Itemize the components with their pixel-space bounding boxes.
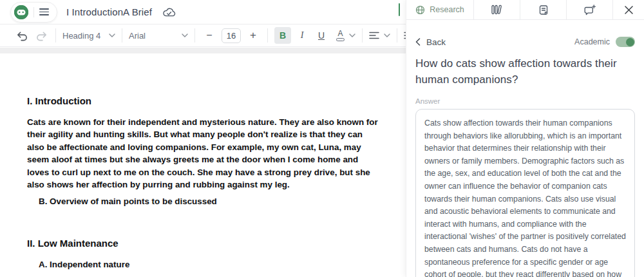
research-question: How do cats show affection towards their… <box>415 55 635 88</box>
underline-button[interactable]: U <box>313 27 330 44</box>
library-books-icon <box>491 5 503 15</box>
font-family-select[interactable]: Arial <box>129 31 188 41</box>
document-margin-strip <box>0 48 407 53</box>
academic-label: Academic <box>574 37 610 46</box>
chevron-down-icon <box>182 33 188 37</box>
chevron-left-icon <box>415 38 421 46</box>
toolbar-divider <box>55 28 56 43</box>
tab-new-chat[interactable] <box>567 0 613 19</box>
panel-body: Back Academic How do cats show affection… <box>406 37 644 277</box>
paragraph-style-value: Heading 4 <box>62 31 100 41</box>
document-header: I IntroductionA Brief <box>0 0 407 24</box>
text-cursor <box>399 3 400 16</box>
doc-heading-low-maintenance[interactable]: II. Low Maintenance <box>27 238 118 249</box>
tab-notes[interactable] <box>520 0 567 19</box>
toolbar-divider <box>397 28 397 43</box>
font-size-input[interactable]: 16 <box>222 28 241 43</box>
tab-research-label: Research <box>430 5 464 14</box>
back-button[interactable]: Back <box>415 37 446 47</box>
pill-divider <box>33 7 34 17</box>
font-family-value: Arial <box>129 31 146 41</box>
back-label: Back <box>426 37 446 47</box>
chevron-down-icon <box>349 33 355 37</box>
doc-subheading-a[interactable]: A. Independent nature <box>39 258 129 271</box>
app-menu-pill[interactable] <box>10 2 57 23</box>
tab-research[interactable]: Research <box>406 0 474 19</box>
close-panel-button[interactable] <box>613 0 644 19</box>
toolbar-divider <box>267 28 268 43</box>
notepad-icon <box>538 5 549 15</box>
text-color-select[interactable]: A <box>336 30 355 41</box>
chat-plus-icon <box>584 5 596 15</box>
answer-label: Answer <box>415 97 635 105</box>
answer-textarea[interactable]: Cats show affection towards their human … <box>415 109 635 277</box>
increase-font-size-button[interactable]: + <box>245 27 261 44</box>
italic-button[interactable]: I <box>294 27 310 44</box>
toolbar-divider <box>362 28 363 43</box>
app-logo-icon[interactable] <box>14 5 28 19</box>
bold-button[interactable]: B <box>274 27 291 44</box>
chevron-down-icon <box>109 33 115 37</box>
doc-paragraph[interactable]: Cats are known for their independent and… <box>27 116 381 191</box>
decrease-font-size-button[interactable]: − <box>202 27 217 44</box>
panel-header-row: Back Academic <box>415 37 635 47</box>
tab-library[interactable] <box>474 0 520 19</box>
close-icon <box>624 5 634 15</box>
document-title[interactable]: I IntroductionA Brief <box>66 6 152 17</box>
globe-icon <box>415 5 425 15</box>
toggle-knob <box>626 38 634 46</box>
doc-heading-introduction[interactable]: I. Introduction <box>27 95 91 106</box>
academic-toggle[interactable] <box>616 37 635 47</box>
doc-subheading-b[interactable]: B. Overview of main points to be discuss… <box>39 195 217 207</box>
text-align-select[interactable] <box>369 32 390 39</box>
editor-content[interactable]: I. Introduction Cats are known for their… <box>0 53 407 277</box>
undo-button[interactable] <box>14 27 30 44</box>
align-icon <box>369 32 379 39</box>
panel-tab-bar: Research <box>406 0 644 20</box>
text-color-icon: A <box>336 30 345 41</box>
hamburger-menu-icon[interactable] <box>39 8 49 15</box>
cloud-saved-icon <box>162 7 176 17</box>
research-panel: Research <box>406 0 644 277</box>
redo-button[interactable] <box>33 27 49 44</box>
toolbar-divider <box>122 28 122 43</box>
chevron-down-icon <box>384 33 390 37</box>
toolbar-divider <box>194 28 195 43</box>
academic-toggle-group: Academic <box>574 37 635 47</box>
paragraph-style-select[interactable]: Heading 4 <box>62 31 115 41</box>
